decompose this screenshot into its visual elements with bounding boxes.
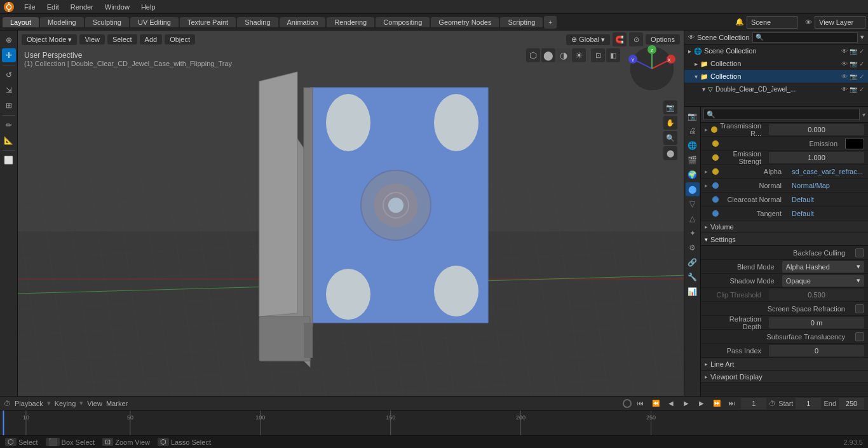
- marker-menu[interactable]: Marker: [106, 400, 128, 407]
- props-search-input[interactable]: [703, 109, 860, 120]
- obj-eye-icon[interactable]: 👁: [841, 86, 848, 93]
- subsurface-translucency-checkbox[interactable]: [855, 332, 864, 341]
- tab-compositing[interactable]: Compositing: [376, 17, 430, 27]
- props-object-data-icon[interactable]: 📊: [686, 285, 700, 299]
- tab-geometry-nodes[interactable]: Geometry Nodes: [431, 17, 499, 27]
- tab-shading[interactable]: Shading: [237, 17, 278, 27]
- line-art-section[interactable]: ▸ Line Art: [701, 358, 868, 370]
- emission-color-swatch[interactable]: [845, 138, 864, 149]
- menu-edit[interactable]: Edit: [42, 0, 64, 13]
- props-filter-icon[interactable]: ▾: [862, 111, 865, 118]
- next-frame-button[interactable]: ▶: [695, 398, 708, 409]
- tab-rendering[interactable]: Rendering: [327, 17, 374, 27]
- tab-animation[interactable]: Animation: [280, 17, 326, 27]
- coll1-camera-icon[interactable]: 📷: [850, 60, 857, 67]
- screen-space-refraction-checkbox[interactable]: [855, 304, 864, 313]
- scene-camera-icon[interactable]: 📷: [850, 48, 857, 55]
- scene-name-input[interactable]: [747, 16, 797, 29]
- transform-selector[interactable]: ⊕ Global ▾: [566, 34, 610, 45]
- record-button[interactable]: [623, 399, 632, 408]
- keying-menu[interactable]: Keying: [55, 400, 76, 407]
- tab-texture-paint[interactable]: Texture Paint: [180, 17, 236, 27]
- prev-frame-button[interactable]: ◀: [665, 398, 677, 409]
- props-physics-icon[interactable]: ⚙: [686, 241, 700, 255]
- add-cube-tool[interactable]: ⬜: [2, 153, 16, 167]
- coll2-eye-icon[interactable]: 👁: [841, 73, 848, 80]
- viewport-3d[interactable]: Object Mode ▾ View Select Add Object ⊕ G…: [18, 31, 684, 396]
- overlay-toggle[interactable]: ⊡: [591, 48, 605, 62]
- tab-modeling[interactable]: Modeling: [40, 17, 84, 27]
- tab-layout[interactable]: Layout: [3, 17, 39, 27]
- viewport-zoom-icon[interactable]: 🔍: [663, 131, 677, 145]
- start-frame-input[interactable]: [796, 398, 821, 409]
- clearcoat-normal-value[interactable]: Default: [789, 196, 864, 203]
- props-scene-icon[interactable]: 🎬: [686, 153, 700, 167]
- measure-tool[interactable]: 📐: [2, 133, 16, 147]
- scene-eye-icon[interactable]: 👁: [841, 48, 848, 55]
- xray-toggle[interactable]: ◧: [606, 48, 620, 62]
- refraction-depth-value[interactable]: [769, 317, 864, 329]
- object-mode-selector[interactable]: Object Mode ▾: [22, 34, 77, 45]
- playback-menu[interactable]: Playback: [15, 400, 43, 407]
- jump-end-button[interactable]: ⏭: [726, 398, 738, 409]
- volume-section[interactable]: ▸ Volume: [701, 221, 868, 233]
- move-tool[interactable]: ✛: [2, 48, 16, 62]
- material-shading[interactable]: ◑: [557, 48, 571, 62]
- viewport-hand-icon[interactable]: ✋: [663, 116, 677, 130]
- props-constraints-icon[interactable]: 🔗: [686, 255, 700, 269]
- alpha-value[interactable]: sd_case_var2_refrac...: [789, 168, 864, 175]
- rendered-shading[interactable]: ☀: [572, 48, 586, 62]
- props-particle-icon[interactable]: ✦: [686, 226, 700, 240]
- outliner-search[interactable]: [752, 32, 858, 43]
- props-modifiers-icon[interactable]: 🔧: [686, 270, 700, 284]
- props-render-icon[interactable]: 📷: [686, 109, 700, 123]
- solid-shading[interactable]: ⬤: [541, 48, 555, 62]
- scene-check-icon[interactable]: ✓: [859, 48, 864, 55]
- end-frame-input[interactable]: [839, 398, 864, 409]
- transmission-value[interactable]: [769, 124, 864, 135]
- tab-scripting[interactable]: Scripting: [500, 17, 543, 27]
- rotate-tool[interactable]: ↺: [2, 68, 16, 82]
- viewport-display-section[interactable]: ▸ Viewport Display: [701, 370, 868, 383]
- coll2-camera-icon[interactable]: 📷: [850, 73, 857, 80]
- obj-camera-icon[interactable]: 📷: [850, 86, 857, 93]
- outliner-collection-2[interactable]: ▾ 📁 Collection 👁 📷 ✓: [684, 70, 868, 83]
- add-workspace-button[interactable]: +: [544, 16, 557, 29]
- prev-keyframe-button[interactable]: ⏪: [649, 398, 662, 409]
- blend-mode-select[interactable]: Alpha Hashed ▾: [782, 261, 864, 273]
- viewport-select-menu[interactable]: Select: [107, 34, 137, 44]
- outliner-filter[interactable]: ▾: [860, 33, 864, 41]
- transform-tool[interactable]: ⊞: [2, 98, 16, 112]
- viewport-material-icon[interactable]: ⬤: [663, 146, 677, 160]
- outliner-collection-1[interactable]: ▸ 📁 Collection 👁 📷 ✓: [684, 57, 868, 70]
- jump-start-button[interactable]: ⏮: [634, 398, 647, 409]
- scale-tool[interactable]: ⇲: [2, 83, 16, 97]
- coll1-check-icon[interactable]: ✓: [859, 60, 864, 67]
- play-button[interactable]: ▶: [680, 398, 693, 409]
- menu-file[interactable]: File: [19, 0, 41, 13]
- next-keyframe-button[interactable]: ⏩: [710, 398, 723, 409]
- outliner-object[interactable]: ▾ ▽ Double_Clear_CD_Jewel_... 👁 📷 ✓: [684, 83, 868, 95]
- viewport-object-menu[interactable]: Object: [165, 34, 195, 44]
- props-object-icon[interactable]: ▽: [686, 197, 700, 211]
- settings-section[interactable]: ▾ Settings: [701, 233, 868, 246]
- view-layer-input[interactable]: [815, 16, 865, 29]
- props-world-icon[interactable]: 🌍: [686, 168, 700, 182]
- backface-culling-checkbox[interactable]: [855, 248, 864, 257]
- viewport-camera-icon[interactable]: 📷: [663, 100, 677, 114]
- outliner-scene-collection[interactable]: ▸ 🌐 Scene Collection 👁 📷 ✓: [684, 44, 868, 57]
- obj-check-icon[interactable]: ✓: [859, 86, 864, 93]
- coll2-check-icon[interactable]: ✓: [859, 73, 864, 80]
- timeline-ruler[interactable]: 10 50 100 150 200 250: [0, 411, 868, 435]
- annotate-tool[interactable]: ✏: [2, 118, 16, 132]
- snapping-button[interactable]: 🧲: [613, 32, 627, 46]
- tangent-value[interactable]: Default: [789, 210, 864, 217]
- props-mesh-icon[interactable]: △: [686, 212, 700, 226]
- props-view-layer-icon[interactable]: 🌐: [686, 139, 700, 153]
- shadow-mode-select[interactable]: Opaque ▾: [782, 275, 864, 287]
- coll1-eye-icon[interactable]: 👁: [841, 60, 848, 67]
- current-frame-input[interactable]: [741, 398, 766, 409]
- menu-render[interactable]: Render: [65, 0, 98, 13]
- cursor-tool[interactable]: ⊕: [2, 33, 16, 47]
- viewport-add-menu[interactable]: Add: [140, 34, 163, 44]
